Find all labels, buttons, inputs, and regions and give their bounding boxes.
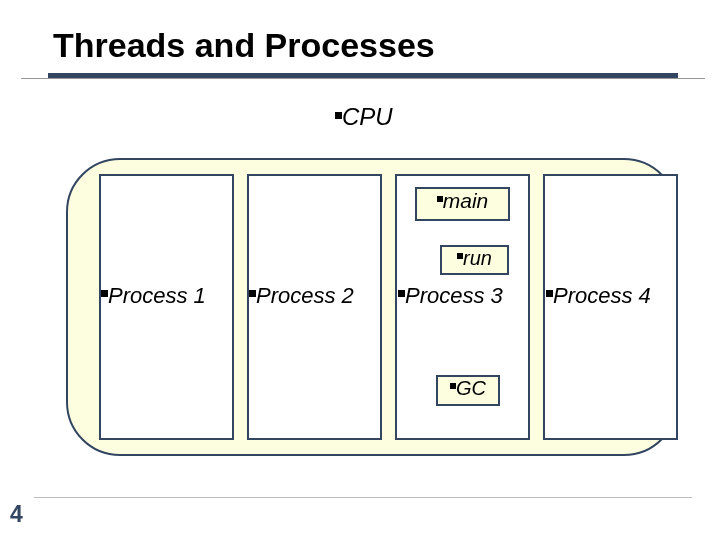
bullet-icon [249,290,256,297]
process-1-label-text: Process 1 [108,283,206,308]
cpu-label-text: CPU [342,103,393,130]
bullet-icon [101,290,108,297]
title-underline-rule [21,78,705,79]
thread-gc-text: GC [456,377,486,399]
bullet-icon [398,290,405,297]
slide: Threads and Processes CPU Process 1 Proc… [0,0,720,540]
bullet-icon [546,290,553,297]
process-2-label-text: Process 2 [256,283,354,308]
process-3-label-text: Process 3 [405,283,503,308]
thread-box-main: main [415,187,510,221]
thread-box-run: run [440,245,509,275]
footer-rule [34,497,692,498]
thread-run-text: run [463,247,492,269]
cpu-label: CPU [335,105,393,129]
slide-title: Threads and Processes [53,26,435,65]
thread-box-gc: GC [436,375,500,406]
bullet-icon [335,112,342,119]
process-4-label: Process 4 [546,285,651,307]
process-1-label: Process 1 [101,285,206,307]
process-3-label: Process 3 [398,285,503,307]
process-2-label: Process 2 [249,285,354,307]
thread-main-text: main [443,189,489,212]
page-number: 4 [10,501,23,528]
process-4-label-text: Process 4 [553,283,651,308]
